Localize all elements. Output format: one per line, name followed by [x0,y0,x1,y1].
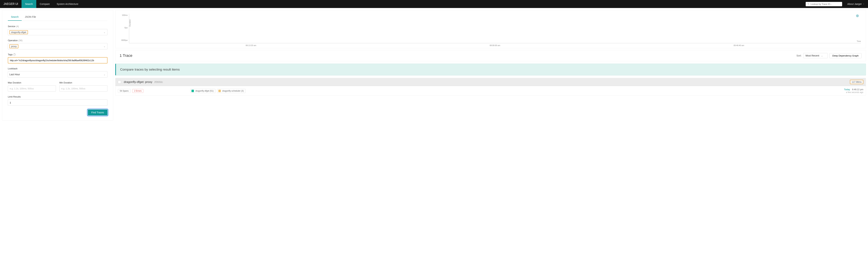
lookback-label: Lookback [8,67,18,70]
trace-date: Today [844,88,850,91]
service-group: Service (4) dragonfly-dfget ⌄ [8,25,107,35]
results-header: 1 Trace Sort: Most Recent ⌄ Deep Depende… [115,50,866,61]
y-tick: 100ms [122,14,128,16]
sort-select[interactable]: Most Recent ⌄ [803,53,828,58]
x-tick: 09:46:40 am [617,44,861,46]
service-name: dragonfly-dfget (51) [195,90,214,92]
min-duration-group: Min Duration [59,81,107,91]
chevron-down-icon: ⌄ [821,54,823,57]
tags-group: Tags ? [8,53,107,63]
service-select[interactable]: dragonfly-dfget ⌄ [8,29,107,35]
chevron-down-icon [863,3,865,5]
lookup-wrapper[interactable] [806,2,842,6]
service-name: dragonfly-scheduler (3) [222,90,244,92]
operation-group: Operation (30) proxy ⌄ [8,39,107,49]
service-count: (4) [16,25,19,28]
lookup-input[interactable] [810,3,840,5]
nav-links: Search Compare System Architecture [22,0,82,8]
error-count-badge: 2 Errors [132,89,144,93]
find-traces-button[interactable]: Find Traces [88,109,107,115]
sidebar-tabs: Search JSON File [8,14,107,21]
results-content: 100ms 0µs 0000µs Duration Time 06:13:20 … [115,10,866,96]
lookback-select[interactable]: Last Hour ⌄ [8,71,107,78]
trace-time: 8:46:22 pm [852,88,863,91]
service-value: dragonfly-dfget [9,30,28,34]
x-axis-label: Time [857,40,861,42]
max-duration-group: Max Duration [8,81,56,91]
operation-select[interactable]: proxy ⌄ [8,43,107,49]
span-count-badge: 54 Spans [118,89,130,93]
sort-label: Sort: [797,54,802,57]
max-duration-label: Max Duration [8,81,21,84]
operation-value: proxy [9,44,19,48]
sort-value: Most Recent [806,54,819,57]
trace-checkbox[interactable] [118,80,121,84]
lookback-value: Last Hour [9,73,20,76]
chevron-down-icon: ⌄ [103,31,105,33]
trace-point[interactable] [856,15,859,17]
y-tick: 0000µs [121,39,128,41]
trace-card-body: 54 Spans 2 Errors dragonfly-dfget (51) d… [116,86,866,96]
trace-ago: a few seconds ago [844,91,863,94]
tags-label: Tags [8,53,12,56]
trace-meta: Today 8:46:22 pm a few seconds ago [844,88,863,94]
service-badge-dfget: dragonfly-dfget (51) [190,89,215,93]
x-tick: 06:13:20 am [129,44,373,46]
service-label: Service [8,25,15,28]
tab-search[interactable]: Search [8,14,22,21]
x-tick: 08:00:00 am [373,44,617,46]
about-jaeger[interactable]: About Jaeger [847,3,865,5]
nav-compare[interactable]: Compare [36,0,53,8]
deep-dependency-graph-button[interactable]: Deep Dependency Graph [830,53,862,58]
min-duration-label: Min Duration [59,81,72,84]
help-icon[interactable]: ? [13,53,16,56]
limit-group: Limit Results [8,96,107,106]
trace-title: dragonfly-dfget: proxy 2f3550c [124,80,163,84]
plot-area[interactable] [129,14,861,43]
chevron-down-icon: ⌄ [103,73,105,76]
top-nav: JAEGER UI Search Compare System Architec… [0,0,868,8]
results-title: 1 Trace [120,53,797,58]
brand[interactable]: JAEGER UI [3,2,18,5]
limit-label: Limit Results [8,96,21,98]
search-sidebar: Search JSON File Service (4) dragonfly-d… [2,10,113,121]
compare-banner: Compare traces by selecting result items [115,63,866,75]
service-swatch [218,90,221,92]
y-tick: 0µs [124,27,128,29]
y-axis: 100ms 0µs 0000µs [120,14,129,43]
trace-title-text: dragonfly-dfget: proxy [124,80,152,84]
lookback-group: Lookback Last Hour ⌄ [8,67,107,78]
tab-json-file[interactable]: JSON File [22,14,39,21]
service-badge-scheduler: dragonfly-scheduler (3) [217,89,245,93]
scatter-plot-panel: 100ms 0µs 0000µs Duration Time 06:13:20 … [115,10,866,48]
chevron-down-icon: ⌄ [103,45,105,48]
max-duration-input[interactable] [8,85,56,91]
x-axis: 06:13:20 am 08:00:00 am 09:46:40 am [120,44,861,46]
tags-input[interactable] [8,57,107,63]
trace-card[interactable]: dragonfly-dfget: proxy 2f3550c 117.98ms … [115,78,866,96]
nav-system-architecture[interactable]: System Architecture [53,0,82,8]
about-label: About Jaeger [847,3,862,5]
min-duration-input[interactable] [59,85,107,91]
search-icon [807,3,810,5]
limit-input[interactable] [8,100,107,106]
nav-search[interactable]: Search [22,0,36,8]
service-swatch [191,90,194,92]
operation-count: (30) [19,39,22,42]
trace-id: 2f3550c [154,81,163,83]
trace-card-header: dragonfly-dfget: proxy 2f3550c 117.98ms [116,78,866,86]
operation-label: Operation [8,39,18,42]
trace-duration: 117.98ms [850,80,863,84]
